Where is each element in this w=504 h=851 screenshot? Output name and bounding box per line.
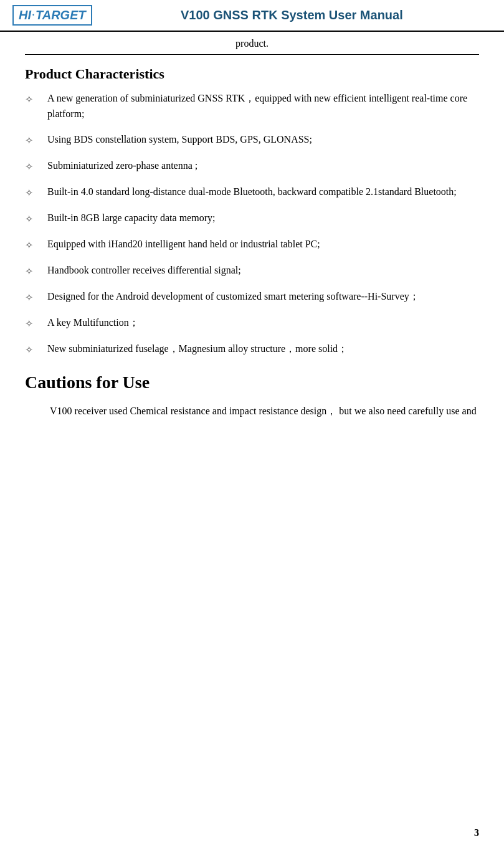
item-text-7: Handbook controller receives differentia… — [47, 263, 479, 278]
page-number: 3 — [474, 827, 479, 839]
list-item: ✧ Handbook controller receives different… — [25, 263, 479, 279]
page-content: product. Product Characteristics ✧ A new… — [0, 32, 504, 432]
bullet-icon: ✧ — [25, 92, 47, 107]
item-text-2: Using BDS constellation system, Support … — [47, 132, 479, 148]
list-item: ✧ New subminiaturized fuselage，Magnesium… — [25, 341, 479, 358]
bullet-icon: ✧ — [25, 133, 47, 148]
logo: HI · TARGET — [12, 5, 92, 26]
list-item: ✧ Built-in 4.0 standard long-distance du… — [25, 184, 479, 201]
cautions-paragraph-1: V100 receiver used Chemical resistance a… — [25, 402, 479, 421]
bullet-icon: ✧ — [25, 159, 47, 174]
item-text-9: A key Multifunction； — [47, 315, 479, 331]
product-characteristics-list: ✧ A new generation of subminiaturized GN… — [25, 91, 479, 358]
bullet-icon: ✧ — [25, 343, 47, 358]
list-item: ✧ Using BDS constellation system, Suppor… — [25, 132, 479, 148]
bullet-icon: ✧ — [25, 316, 47, 331]
page-title: V100 GNSS RTK System User Manual — [92, 8, 492, 22]
logo-target: TARGET — [36, 8, 86, 22]
bullet-icon: ✧ — [25, 290, 47, 305]
bullet-icon: ✧ — [25, 212, 47, 227]
list-item: ✧ A new generation of subminiaturized GN… — [25, 91, 479, 122]
logo-box: HI · TARGET — [12, 5, 92, 26]
bullet-icon: ✧ — [25, 238, 47, 253]
item-text-1: A new generation of subminiaturized GNSS… — [47, 91, 479, 122]
cautions-heading: Cautions for Use — [25, 373, 479, 392]
bullet-icon: ✧ — [25, 264, 47, 279]
logo-dot: · — [32, 8, 35, 22]
product-characteristics-heading: Product Characteristics — [25, 66, 479, 82]
logo-hi: HI — [19, 8, 31, 22]
item-text-10: New subminiaturized fuselage，Magnesium a… — [47, 341, 479, 357]
item-text-5: Built-in 8GB large capacity data memory; — [47, 211, 479, 226]
list-item: ✧ Subminiaturized zero-phase antenna ; — [25, 158, 479, 174]
item-text-4: Built-in 4.0 standard long-distance dual… — [47, 184, 479, 200]
item-text-8: Designed for the Android development of … — [47, 289, 479, 305]
list-item: ✧ Built-in 8GB large capacity data memor… — [25, 211, 479, 227]
list-item: ✧ A key Multifunction； — [25, 315, 479, 331]
list-item: ✧ Equipped with iHand20 intelligent hand… — [25, 237, 479, 253]
list-item: ✧ Designed for the Android development o… — [25, 289, 479, 305]
bullet-icon: ✧ — [25, 186, 47, 201]
item-text-6: Equipped with iHand20 intelligent hand h… — [47, 237, 479, 252]
page-header: HI · TARGET V100 GNSS RTK System User Ma… — [0, 0, 504, 32]
subtitle: product. — [25, 32, 479, 55]
item-text-3: Subminiaturized zero-phase antenna ; — [47, 158, 479, 174]
